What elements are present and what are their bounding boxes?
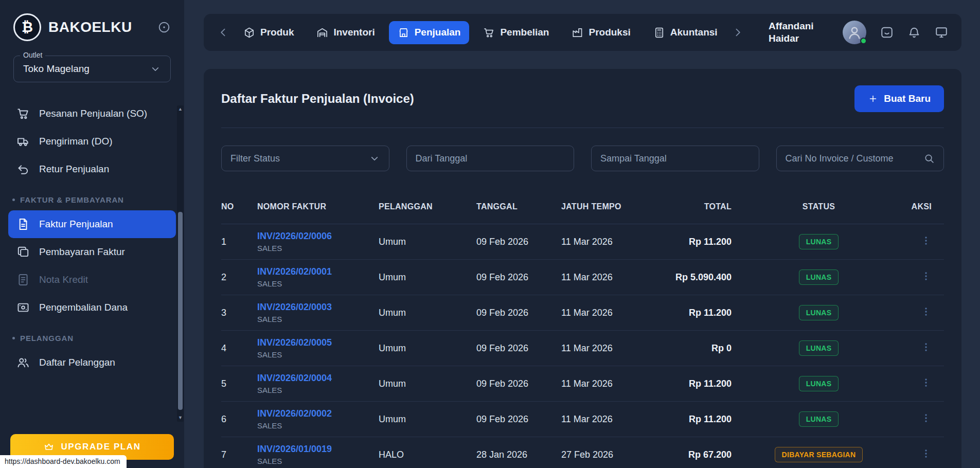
nav-item-produk[interactable]: Produk [235,21,302,44]
chevron-down-icon [150,63,161,75]
outlet-select[interactable]: Outlet Toko Magelang [13,56,171,82]
due-date-cell: 11 Mar 2026 [561,414,650,425]
chat-icon[interactable] [880,26,894,39]
nav-item-pembelian[interactable]: Pembelian [474,21,558,44]
sidebar-item-nota-kredit[interactable]: Nota Kredit [8,266,176,294]
main-content: ProdukInventoriPenjualanPembelianProduks… [184,0,980,468]
invoice-link[interactable]: INV/2026/02/0005 [257,337,379,348]
due-date-cell: 11 Mar 2026 [561,237,650,247]
truck-icon [16,135,30,148]
invoice-link[interactable]: INV/2026/02/0006 [257,231,379,242]
row-actions-menu-icon[interactable] [920,306,932,317]
nav-item-produksi[interactable]: Produksi [563,21,639,44]
invoice-search-field[interactable] [776,146,945,171]
nav-item-penjualan[interactable]: Penjualan [389,21,470,44]
brand-logo-icon: ₿ [13,13,41,41]
row-number: 4 [221,343,257,354]
total-cell: Rp 5.090.400 [650,272,735,283]
invoice-row: 6INV/2026/02/0002SALESUmum09 Feb 202611 … [221,402,944,437]
outlet-label: Outlet [20,51,45,59]
sidebar-scrollbar[interactable]: ▲ ▼ [177,105,184,422]
row-actions-menu-icon[interactable] [920,271,932,282]
invoice-link[interactable]: INV/2026/01/0019 [257,444,379,455]
sidebar-toggle-icon[interactable] [157,21,171,34]
payment-icon [16,245,30,259]
avatar[interactable] [843,21,866,44]
due-date-cell: 27 Feb 2026 [561,449,650,460]
invoice-search-input[interactable] [786,153,919,164]
scrollbar-thumb[interactable] [178,212,183,410]
card-header: Daftar Faktur Penjualan (Invoice) Buat B… [221,69,944,128]
row-number: 1 [221,237,257,247]
row-actions-menu-icon[interactable] [920,341,932,353]
column-header-nomor-faktur: NOMOR FAKTUR [257,202,379,211]
sidebar-item-daftar-pelanggan[interactable]: Daftar Pelanggan [8,349,176,376]
chevron-down-icon [369,153,380,164]
total-cell: Rp 11.200 [650,414,735,425]
status-filter-select[interactable]: Filter Status [221,146,389,171]
customer-cell: Umum [379,237,476,247]
row-number: 2 [221,272,257,283]
total-cell: Rp 67.200 [650,449,735,460]
invoice-link[interactable]: INV/2026/02/0004 [257,373,379,384]
calculator-icon [653,27,665,39]
invoice-doc-type: SALES [257,421,379,430]
online-status-dot [860,38,867,44]
invoice-row: 3INV/2026/02/0003SALESUmum09 Feb 202611 … [221,295,944,331]
invoice-link[interactable]: INV/2026/02/0001 [257,266,379,277]
nav-item-akuntansi[interactable]: Akuntansi [645,21,726,44]
sidebar-item-retur-penjualan[interactable]: Retur Penjualan [8,155,176,183]
customer-cell: Umum [379,343,476,354]
customer-cell: Umum [379,379,476,389]
sidebar-item-pengiriman-do[interactable]: Pengiriman (DO) [8,128,176,155]
date-from-input[interactable] [416,153,565,164]
store-icon [398,27,409,39]
monitor-icon[interactable] [935,26,948,39]
row-actions-menu-icon[interactable] [920,412,932,424]
sidebar-section-faktur-pembayaran: FAKTUR & PEMBAYARAN [8,183,176,210]
invoice-link[interactable]: INV/2026/02/0002 [257,408,379,419]
scroll-down-icon[interactable]: ▼ [178,414,183,422]
nav-scroll-right-icon[interactable] [732,26,744,39]
invoice-link[interactable]: INV/2026/02/0003 [257,302,379,313]
status-filter-placeholder: Filter Status [230,153,364,164]
customer-cell: Umum [379,308,476,318]
nav-scroll-left-icon[interactable] [217,26,229,39]
sidebar-item-pembayaran-faktur[interactable]: Pembayaran Faktur [8,238,176,266]
invoice-icon [16,218,30,231]
column-header-jatuh-tempo: JATUH TEMPO [561,202,650,211]
outlet-value: Toko Magelang [23,63,90,75]
invoice-list-card: Daftar Faktur Penjualan (Invoice) Buat B… [204,69,961,468]
upgrade-plan-label: UPGRADE PLAN [61,442,140,452]
invoice-table-header: NONOMOR FAKTURPELANGGANTANGGALJATUH TEMP… [221,171,944,224]
row-actions-menu-icon[interactable] [920,448,932,459]
return-icon [16,163,30,176]
scroll-up-icon[interactable]: ▲ [178,105,183,113]
users-icon [16,356,30,369]
status-badge: LUNAS [799,269,839,285]
sidebar-item-faktur-penjualan[interactable]: Faktur Penjualan [8,210,176,238]
date-cell: 09 Feb 2026 [476,237,561,247]
nav-item-inventori[interactable]: Inventori [308,21,383,44]
bell-icon[interactable] [907,26,921,39]
row-actions-menu-icon[interactable] [920,377,932,388]
due-date-cell: 11 Mar 2026 [561,343,650,354]
date-cell: 09 Feb 2026 [476,343,561,354]
row-actions-menu-icon[interactable] [920,235,932,246]
create-invoice-button[interactable]: Buat Baru [854,85,944,112]
date-from-field[interactable] [406,146,575,171]
column-header-tanggal: TANGGAL [476,202,561,211]
total-cell: Rp 11.200 [650,237,735,247]
status-badge: LUNAS [799,376,839,391]
brand-header: ₿ BAKOELKU [0,13,184,41]
date-to-input[interactable] [600,153,750,164]
bullet-icon [12,337,15,339]
scrollbar-track[interactable] [177,113,184,414]
module-nav: ProdukInventoriPenjualanPembelianProduks… [235,21,726,44]
date-to-field[interactable] [591,146,759,171]
cart-icon [483,27,495,39]
create-invoice-label: Buat Baru [884,93,931,104]
invoice-doc-type: SALES [257,457,379,465]
sidebar-item-pesanan-penjualan-so[interactable]: Pesanan Penjualan (SO) [8,100,176,128]
sidebar-item-pengembalian-dana[interactable]: Pengembalian Dana [8,294,176,321]
